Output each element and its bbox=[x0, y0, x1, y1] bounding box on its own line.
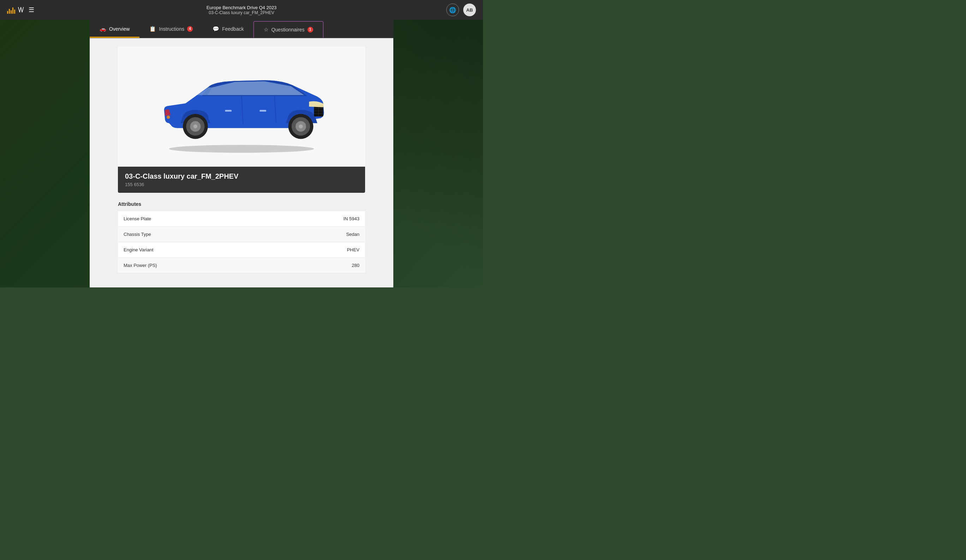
table-row: Max Power (PS) 280 bbox=[118, 258, 365, 273]
attributes-table: License Plate IN 5943 Chassis Type Sedan… bbox=[118, 211, 365, 273]
navbar-title-sub: 03-C-Class luxury car_FM_2PHEV bbox=[207, 10, 277, 15]
table-row: Chassis Type Sedan bbox=[118, 227, 365, 242]
content-body: 03-C-Class luxury car_FM_2PHEV 155 6536 … bbox=[90, 38, 393, 287]
attr-label: Max Power (PS) bbox=[118, 258, 271, 273]
instructions-icon: 📋 bbox=[150, 26, 156, 32]
questionnaires-icon: ☆ bbox=[264, 26, 268, 33]
car-info-bar: 03-C-Class luxury car_FM_2PHEV 155 6536 bbox=[118, 167, 365, 193]
navbar: \/\/ ☰ Europe Benchmark Drive Q4 2023 03… bbox=[0, 0, 483, 20]
navbar-right: 🌐 AB bbox=[446, 3, 476, 16]
car-image bbox=[130, 47, 353, 167]
tab-instructions[interactable]: 📋 Instructions 4 bbox=[140, 20, 203, 38]
questionnaires-badge: 1 bbox=[307, 27, 313, 33]
tab-bar: 🚗 Overview 📋 Instructions 4 💬 Feedback ☆… bbox=[90, 20, 393, 38]
feedback-icon: 💬 bbox=[212, 26, 219, 32]
svg-point-18 bbox=[167, 115, 170, 119]
avatar[interactable]: AB bbox=[463, 3, 476, 16]
navbar-title-main: Europe Benchmark Drive Q4 2023 bbox=[207, 5, 277, 10]
attr-label: Chassis Type bbox=[118, 227, 271, 242]
hamburger-menu-icon[interactable]: ☰ bbox=[27, 5, 36, 15]
logo-bars-icon bbox=[7, 6, 15, 14]
tab-feedback[interactable]: 💬 Feedback bbox=[203, 20, 253, 38]
attr-value: IN 5943 bbox=[271, 211, 365, 227]
table-row: Engine Variant PHEV bbox=[118, 242, 365, 258]
tab-overview[interactable]: 🚗 Overview bbox=[90, 20, 140, 38]
navbar-left: \/\/ ☰ bbox=[7, 5, 36, 15]
tab-feedback-label: Feedback bbox=[222, 26, 244, 32]
svg-point-0 bbox=[169, 145, 314, 153]
tab-instructions-label: Instructions bbox=[159, 26, 184, 32]
tab-overview-label: Overview bbox=[109, 26, 130, 32]
table-row: License Plate IN 5943 bbox=[118, 211, 365, 227]
car-id: 155 6536 bbox=[125, 182, 358, 187]
content-card: 🚗 Overview 📋 Instructions 4 💬 Feedback ☆… bbox=[90, 20, 393, 287]
attr-label: License Plate bbox=[118, 211, 271, 227]
tab-questionnaires-label: Questionnaires bbox=[271, 27, 304, 33]
overview-icon: 🚗 bbox=[100, 26, 106, 32]
logo[interactable]: \/\/ bbox=[7, 6, 23, 14]
attributes-title: Attributes bbox=[118, 201, 365, 207]
language-button[interactable]: 🌐 bbox=[446, 3, 459, 16]
svg-rect-16 bbox=[225, 110, 232, 112]
svg-point-6 bbox=[299, 124, 302, 128]
attributes-section: Attributes License Plate IN 5943 Chassis… bbox=[118, 201, 365, 273]
car-card: 03-C-Class luxury car_FM_2PHEV 155 6536 bbox=[118, 47, 365, 193]
svg-rect-17 bbox=[260, 110, 266, 112]
attr-label: Engine Variant bbox=[118, 242, 271, 258]
attr-value: PHEV bbox=[271, 242, 365, 258]
instructions-badge: 4 bbox=[187, 26, 193, 32]
car-image-area bbox=[118, 47, 365, 167]
attr-value: Sedan bbox=[271, 227, 365, 242]
svg-point-10 bbox=[194, 124, 197, 128]
page-background: 🚗 Overview 📋 Instructions 4 💬 Feedback ☆… bbox=[0, 20, 483, 287]
tab-questionnaires[interactable]: ☆ Questionnaires 1 bbox=[253, 21, 323, 38]
logo-wave-icon: \/\/ bbox=[18, 6, 23, 14]
attr-value: 280 bbox=[271, 258, 365, 273]
navbar-title-group: Europe Benchmark Drive Q4 2023 03-C-Clas… bbox=[207, 5, 277, 15]
car-name: 03-C-Class luxury car_FM_2PHEV bbox=[125, 172, 358, 181]
